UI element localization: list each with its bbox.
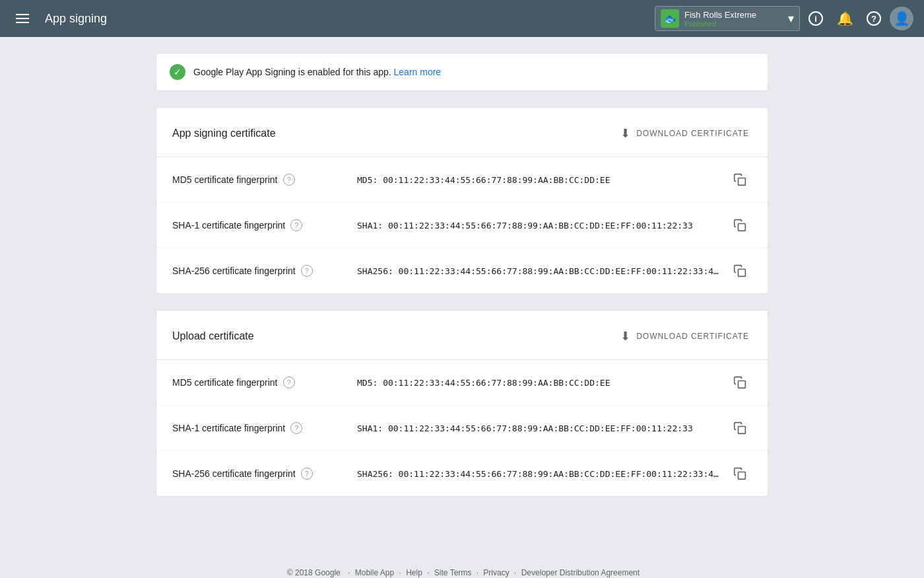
- menu-button[interactable]: [11, 7, 34, 30]
- copy-icon: [733, 467, 746, 480]
- table-row: SHA-256 certificate fingerprint ? SHA256…: [156, 248, 768, 293]
- cert-value-sha256: SHA256: 00:11:22:33:44:55:66:77:88:99:AA…: [357, 266, 723, 276]
- cert-label-md5: MD5 certificate fingerprint ?: [172, 174, 357, 186]
- footer-link-site-terms[interactable]: Site Terms: [434, 568, 471, 577]
- upload-cert-label-sha1: SHA-1 certificate fingerprint ?: [172, 422, 357, 434]
- app-signing-certificate-header: App signing certificate ⬇ DOWNLOAD CERTI…: [156, 108, 768, 157]
- cert-value-md5: MD5: 00:11:22:33:44:55:66:77:88:99:AA:BB…: [357, 175, 723, 185]
- upload-sha256-help-icon[interactable]: ?: [301, 468, 313, 480]
- upload-sha1-help-icon[interactable]: ?: [290, 422, 302, 434]
- info-banner: ✓ Google Play App Signing is enabled for…: [156, 53, 768, 91]
- sha256-help-icon[interactable]: ?: [301, 265, 313, 277]
- footer-copyright: © 2018 Google: [287, 568, 341, 577]
- svg-rect-0: [739, 178, 746, 186]
- footer-link-help[interactable]: Help: [406, 568, 422, 577]
- app-signing-certificate-title: App signing certificate: [172, 127, 276, 139]
- svg-rect-2: [739, 270, 746, 277]
- upload-cert-label-sha256: SHA-256 certificate fingerprint ?: [172, 468, 357, 480]
- copy-icon: [733, 219, 746, 232]
- copy-icon: [733, 264, 746, 277]
- banner-text: Google Play App Signing is enabled for t…: [193, 67, 441, 77]
- upload-cert-table: MD5 certificate fingerprint ? MD5: 00:11…: [156, 359, 768, 496]
- upload-copy-md5-button[interactable]: [728, 371, 752, 394]
- table-row: SHA-1 certificate fingerprint ? SHA1: 00…: [156, 203, 768, 248]
- upload-certificate-header: Upload certificate ⬇ DOWNLOAD CERTIFICAT…: [156, 310, 768, 359]
- hamburger-icon: [16, 14, 29, 23]
- app-signing-download-button[interactable]: ⬇ DOWNLOAD CERTIFICATE: [618, 121, 752, 146]
- learn-more-link[interactable]: Learn more: [394, 67, 442, 77]
- copy-icon: [733, 173, 746, 186]
- download-icon: ⬇: [620, 329, 631, 343]
- footer-sep: ·: [348, 568, 352, 577]
- footer-sep: ·: [514, 568, 519, 577]
- main-content: ✓ Google Play App Signing is enabled for…: [145, 37, 779, 552]
- sha1-help-icon[interactable]: ?: [290, 219, 302, 231]
- svg-rect-4: [739, 427, 746, 434]
- upload-cert-download-button[interactable]: ⬇ DOWNLOAD CERTIFICATE: [618, 324, 752, 349]
- check-circle-icon: ✓: [170, 64, 185, 80]
- footer-link-mobile-app[interactable]: Mobile App: [355, 568, 394, 577]
- footer-sep: ·: [427, 568, 432, 577]
- avatar-icon: 👤: [894, 11, 910, 26]
- cert-label-sha1: SHA-1 certificate fingerprint ?: [172, 219, 357, 231]
- copy-icon: [733, 376, 746, 389]
- footer-link-dda[interactable]: Developer Distribution Agreement: [521, 568, 640, 577]
- upload-certificate-card: Upload certificate ⬇ DOWNLOAD CERTIFICAT…: [156, 310, 768, 497]
- table-row: MD5 certificate fingerprint ? MD5: 00:11…: [156, 157, 768, 203]
- app-icon: 🐟: [661, 9, 679, 28]
- app-selector[interactable]: 🐟 Fish Rolls Extreme Published ▾: [655, 6, 800, 31]
- cert-label-sha256: SHA-256 certificate fingerprint ?: [172, 265, 357, 277]
- footer-sep: ·: [477, 568, 481, 577]
- avatar-button[interactable]: 👤: [890, 7, 913, 30]
- footer-link-privacy[interactable]: Privacy: [483, 568, 509, 577]
- svg-rect-5: [739, 472, 746, 480]
- info-icon: i: [808, 11, 823, 26]
- copy-sha1-button[interactable]: [728, 213, 752, 237]
- app-status: Published: [684, 20, 783, 28]
- help-icon: ?: [867, 11, 881, 26]
- footer: © 2018 Google · Mobile App · Help · Site…: [0, 552, 924, 578]
- header-right: 🐟 Fish Rolls Extreme Published ▾ i 🔔 ? 👤: [655, 5, 913, 32]
- upload-copy-sha1-button[interactable]: [728, 416, 752, 440]
- app-signing-cert-table: MD5 certificate fingerprint ? MD5: 00:11…: [156, 157, 768, 293]
- svg-rect-3: [739, 381, 746, 388]
- header: App signing 🐟 Fish Rolls Extreme Publish…: [0, 0, 924, 37]
- copy-icon: [733, 421, 746, 435]
- upload-cert-value-sha256: SHA256: 00:11:22:33:44:55:66:77:88:99:AA…: [357, 469, 723, 479]
- notification-icon: 🔔: [837, 11, 853, 26]
- upload-certificate-title: Upload certificate: [172, 330, 254, 342]
- app-signing-certificate-card: App signing certificate ⬇ DOWNLOAD CERTI…: [156, 107, 768, 294]
- chevron-down-icon: ▾: [788, 11, 794, 26]
- table-row: MD5 certificate fingerprint ? MD5: 00:11…: [156, 360, 768, 406]
- upload-cert-label-md5: MD5 certificate fingerprint ?: [172, 377, 357, 388]
- copy-sha256-button[interactable]: [728, 259, 752, 283]
- download-icon: ⬇: [620, 126, 631, 141]
- notification-button[interactable]: 🔔: [832, 5, 858, 32]
- md5-help-icon[interactable]: ?: [283, 174, 295, 186]
- app-info: Fish Rolls Extreme Published: [684, 10, 783, 28]
- svg-rect-1: [739, 224, 746, 231]
- upload-cert-value-sha1: SHA1: 00:11:22:33:44:55:66:77:88:99:AA:B…: [357, 423, 723, 433]
- copy-md5-button[interactable]: [728, 168, 752, 192]
- app-icon-emoji: 🐟: [663, 13, 676, 25]
- app-name: Fish Rolls Extreme: [684, 10, 783, 20]
- table-row: SHA-1 certificate fingerprint ? SHA1: 00…: [156, 406, 768, 451]
- upload-cert-value-md5: MD5: 00:11:22:33:44:55:66:77:88:99:AA:BB…: [357, 378, 723, 388]
- cert-value-sha1: SHA1: 00:11:22:33:44:55:66:77:88:99:AA:B…: [357, 221, 723, 231]
- table-row: SHA-256 certificate fingerprint ? SHA256…: [156, 451, 768, 496]
- upload-md5-help-icon[interactable]: ?: [283, 377, 295, 388]
- help-button[interactable]: ?: [861, 5, 887, 32]
- page-title: App signing: [45, 12, 655, 26]
- footer-sep: ·: [399, 568, 403, 577]
- upload-copy-sha256-button[interactable]: [728, 462, 752, 486]
- info-button[interactable]: i: [803, 5, 829, 32]
